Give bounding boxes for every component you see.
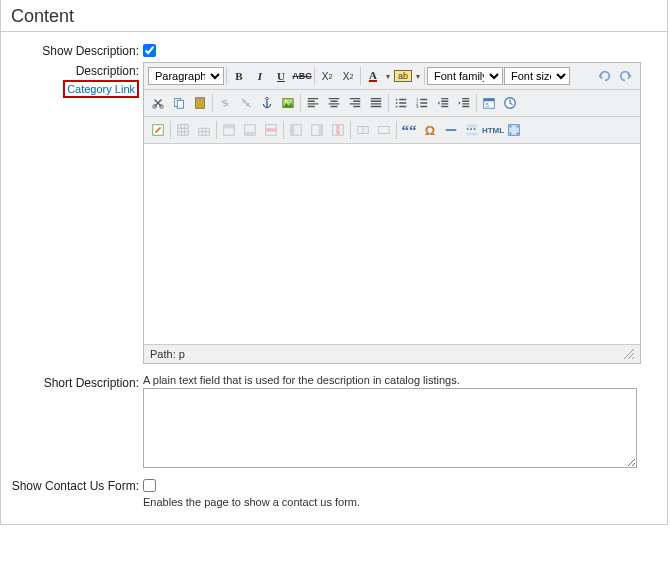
category-link[interactable]: Category Link bbox=[63, 80, 139, 98]
svg-point-9 bbox=[396, 99, 398, 101]
html-button[interactable]: HTML bbox=[483, 120, 503, 140]
subscript-button[interactable]: X2 bbox=[317, 66, 337, 86]
show-contact-label: Show Contact Us Form: bbox=[1, 477, 141, 493]
contact-help-text: Enables the page to show a contact us fo… bbox=[143, 496, 657, 508]
bold-button[interactable]: B bbox=[229, 66, 249, 86]
align-justify-icon[interactable] bbox=[366, 93, 386, 113]
svg-rect-25 bbox=[245, 132, 256, 136]
font-family-select[interactable]: Font family bbox=[427, 67, 503, 85]
svg-rect-38 bbox=[467, 133, 478, 136]
svg-rect-33 bbox=[336, 125, 340, 136]
special-char-icon[interactable]: Ω bbox=[420, 120, 440, 140]
svg-rect-3 bbox=[177, 100, 183, 108]
font-size-select[interactable]: Font size bbox=[504, 67, 570, 85]
svg-rect-20 bbox=[178, 125, 189, 136]
svg-rect-37 bbox=[467, 125, 478, 128]
section-heading: Content bbox=[1, 0, 667, 32]
split-cells-icon[interactable] bbox=[353, 120, 373, 140]
cut-icon[interactable] bbox=[148, 93, 168, 113]
pagebreak-icon[interactable] bbox=[462, 120, 482, 140]
font-color-button[interactable]: A bbox=[363, 66, 383, 86]
svg-rect-36 bbox=[446, 129, 457, 131]
paste-icon[interactable] bbox=[190, 93, 210, 113]
background-color-dropdown-icon[interactable]: ▾ bbox=[414, 72, 422, 81]
show-contact-checkbox[interactable] bbox=[143, 479, 156, 492]
unlink-icon[interactable] bbox=[236, 93, 256, 113]
svg-point-11 bbox=[396, 106, 398, 108]
svg-point-8 bbox=[285, 100, 288, 103]
blockquote-icon[interactable]: ““ bbox=[399, 120, 419, 140]
resize-handle-icon[interactable] bbox=[624, 349, 634, 359]
svg-rect-31 bbox=[319, 125, 323, 136]
strikethrough-button[interactable]: ABC bbox=[292, 66, 312, 86]
svg-point-6 bbox=[266, 97, 269, 100]
show-description-checkbox[interactable] bbox=[143, 44, 156, 57]
rich-text-editor: Paragraph B I U ABC X2 X2 A ▾ ab ▾ bbox=[143, 62, 641, 364]
number-list-icon[interactable]: 123 bbox=[412, 93, 432, 113]
image-icon[interactable] bbox=[278, 93, 298, 113]
copy-icon[interactable] bbox=[169, 93, 189, 113]
svg-point-10 bbox=[396, 102, 398, 104]
row-after-icon[interactable] bbox=[240, 120, 260, 140]
align-left-icon[interactable] bbox=[303, 93, 323, 113]
svg-rect-35 bbox=[379, 127, 390, 134]
delete-col-icon[interactable] bbox=[328, 120, 348, 140]
delete-row-icon[interactable] bbox=[261, 120, 281, 140]
undo-button[interactable] bbox=[594, 66, 614, 86]
anchor-icon[interactable] bbox=[257, 93, 277, 113]
svg-text:5: 5 bbox=[486, 101, 490, 108]
show-description-label: Show Description: bbox=[1, 42, 141, 58]
short-description-label: Short Description: bbox=[1, 374, 141, 390]
paragraph-select[interactable]: Paragraph bbox=[148, 67, 224, 85]
fullscreen-icon[interactable] bbox=[504, 120, 524, 140]
svg-rect-29 bbox=[291, 125, 295, 136]
col-before-icon[interactable] bbox=[286, 120, 306, 140]
insert-date-icon[interactable]: 5 bbox=[479, 93, 499, 113]
insert-time-icon[interactable] bbox=[500, 93, 520, 113]
svg-text:3: 3 bbox=[416, 104, 419, 109]
superscript-button[interactable]: X2 bbox=[338, 66, 358, 86]
hr-icon[interactable] bbox=[441, 120, 461, 140]
background-color-button[interactable]: ab bbox=[393, 66, 413, 86]
merge-cells-icon[interactable] bbox=[374, 120, 394, 140]
align-right-icon[interactable] bbox=[345, 93, 365, 113]
italic-button[interactable]: I bbox=[250, 66, 270, 86]
editor-body[interactable] bbox=[144, 144, 640, 344]
indent-icon[interactable] bbox=[454, 93, 474, 113]
align-center-icon[interactable] bbox=[324, 93, 344, 113]
editor-path: Path: p bbox=[150, 348, 185, 360]
table-icon[interactable] bbox=[173, 120, 193, 140]
redo-button[interactable] bbox=[616, 66, 636, 86]
svg-rect-27 bbox=[266, 128, 277, 132]
description-label: Description: bbox=[76, 64, 139, 78]
edit-icon[interactable] bbox=[148, 120, 168, 140]
col-after-icon[interactable] bbox=[307, 120, 327, 140]
svg-rect-23 bbox=[224, 125, 235, 129]
outdent-icon[interactable] bbox=[433, 93, 453, 113]
short-description-textarea[interactable] bbox=[143, 388, 637, 468]
row-before-icon[interactable] bbox=[219, 120, 239, 140]
svg-rect-5 bbox=[197, 97, 202, 100]
short-description-help: A plain text field that is used for the … bbox=[143, 374, 657, 386]
font-color-dropdown-icon[interactable]: ▾ bbox=[384, 72, 392, 81]
table-row-before-icon[interactable] bbox=[194, 120, 214, 140]
bullet-list-icon[interactable] bbox=[391, 93, 411, 113]
underline-button[interactable]: U bbox=[271, 66, 291, 86]
link-icon[interactable] bbox=[215, 93, 235, 113]
